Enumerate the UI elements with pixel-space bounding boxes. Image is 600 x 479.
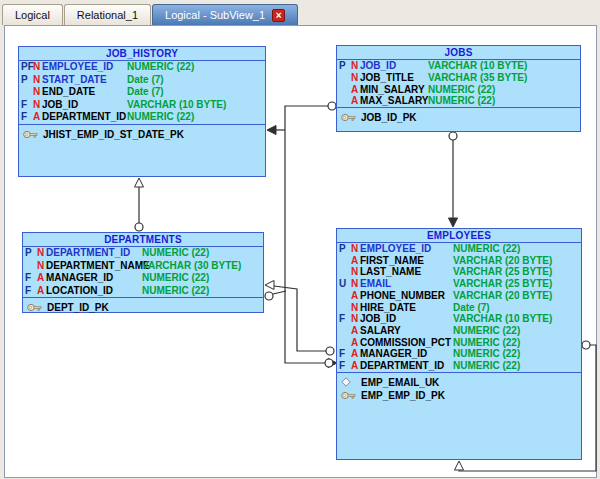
app-window: { "window": { "tabs": [ {"label": "Logic… [0,0,600,479]
attribute-row[interactable]: NDEPARTMENT_NAMEVARCHAR (30 BYTE) [23,260,263,273]
null-flag: N [351,243,358,255]
key-row[interactable]: JHIST_EMP_ID_ST_DATE_PK [19,128,265,141]
key-label: EMP_EMAIL_UK [361,376,439,389]
null-flag: A [37,285,44,298]
cardinality-circle-icon [582,341,590,349]
key-row[interactable]: DEPT_ID_PK [23,301,263,314]
attribute-type: NUMERIC (22) [142,285,209,298]
attribute-row[interactable]: ACOMMISSION_PCTNUMERIC (22) [337,337,581,349]
attribute-name: PHONE_NUMBER [360,290,445,302]
attribute-list: PFNEMPLOYEE_IDNUMERIC (22)PNSTART_DATEDa… [19,61,265,124]
relationship-jobs-employees[interactable] [449,132,458,227]
attribute-type: Date (7) [127,74,164,87]
attribute-row[interactable]: FADEPARTMENT_IDNUMERIC (22) [19,111,265,124]
key-type-flag: F [339,313,345,325]
key-icon [341,113,356,122]
key-type-flag: P [25,247,32,260]
attribute-type: VARCHAR (25 BYTE) [453,278,552,290]
keys-section: JHIST_EMP_ID_ST_DATE_PK [19,124,265,141]
attribute-list: PNDEPARTMENT_IDNUMERIC (22)NDEPARTMENT_N… [23,247,263,297]
null-flag: N [33,61,40,74]
attribute-row[interactable]: ASALARYNUMERIC (22) [337,325,581,337]
key-row[interactable]: EMP_EMP_ID_PK [337,389,581,402]
attribute-type: VARCHAR (10 BYTE) [428,60,527,72]
cardinality-circle-icon [449,132,457,140]
attribute-name: MANAGER_ID [360,348,427,360]
attribute-name: JOB_ID [360,313,396,325]
attribute-row[interactable]: AMIN_SALARYNUMERIC (22) [337,84,580,96]
attribute-row[interactable]: NHIRE_DATEDate (7) [337,302,581,314]
entity-job-history[interactable]: JOB_HISTORYPFNEMPLOYEE_IDNUMERIC (22)PNS… [18,46,266,177]
attribute-name: EMPLOYEE_ID [360,243,431,255]
attribute-row[interactable]: UNEMAILVARCHAR (25 BYTE) [337,278,581,290]
entity-title: DEPARTMENTS [23,233,263,247]
attribute-name: MIN_SALARY [360,84,425,96]
null-flag: N [351,313,358,325]
attribute-row[interactable]: NLAST_NAMEVARCHAR (25 BYTE) [337,266,581,278]
null-flag: A [351,84,358,96]
attribute-row[interactable]: FALOCATION_IDNUMERIC (22) [23,285,263,298]
entity-employees[interactable]: EMPLOYEESPNEMPLOYEE_IDNUMERIC (22)AFIRST… [336,228,582,460]
relationship-line[interactable] [285,106,328,363]
relationship-departments-job-history[interactable] [135,178,144,231]
attribute-type: NUMERIC (22) [142,247,209,260]
attribute-row[interactable]: FAMANAGER_IDNUMERIC (22) [23,272,263,285]
relationship-departments-employees[interactable] [265,291,286,300]
attribute-row[interactable]: PFNEMPLOYEE_IDNUMERIC (22) [19,61,265,74]
key-type-flag: P [21,74,28,87]
attribute-name: DEPARTMENT_NAME [46,260,150,273]
attribute-row[interactable]: FAMANAGER_IDNUMERIC (22) [337,348,581,360]
attribute-row[interactable]: NJOB_TITLEVARCHAR (35 BYTE) [337,72,580,84]
key-row[interactable]: JOB_ID_PK [337,111,580,124]
key-type-flag: F [21,99,27,112]
null-flag: N [351,302,358,314]
attribute-type: NUMERIC (22) [453,348,520,360]
cardinality-circle-icon [135,223,143,231]
attribute-row[interactable]: FNJOB_IDVARCHAR (10 BYTE) [337,313,581,325]
null-flag: N [351,266,358,278]
attribute-name: MANAGER_ID [46,272,113,285]
attribute-row[interactable]: PNEMPLOYEE_IDNUMERIC (22) [337,243,581,255]
null-flag: A [351,337,358,349]
keys-section: EMP_EMAIL_UKEMP_EMP_ID_PK [337,372,581,402]
attribute-row[interactable]: NEND_DATEDate (7) [19,86,265,99]
optional-arrow-icon [455,461,464,470]
attribute-row[interactable]: AMAX_SALARYNUMERIC (22) [337,95,580,107]
null-flag: N [37,247,44,260]
attribute-row[interactable]: FADEPARTMENT_IDNUMERIC (22) [337,360,581,372]
attribute-row[interactable]: PNSTART_DATEDate (7) [19,74,265,87]
attribute-name: DEPARTMENT_ID [42,111,126,124]
null-flag: N [37,260,44,273]
attribute-type: VARCHAR (35 BYTE) [428,72,527,84]
attribute-type: NUMERIC (22) [127,111,194,124]
keys-section: DEPT_ID_PK [23,297,263,314]
attribute-name: LOCATION_ID [46,285,113,298]
attribute-name: HIRE_DATE [360,302,416,314]
attribute-row[interactable]: PNJOB_IDVARCHAR (10 BYTE) [337,60,580,72]
key-label: DEPT_ID_PK [47,301,109,314]
relationship-line[interactable] [273,291,286,294]
attribute-type: Date (7) [453,302,490,314]
key-label: JHIST_EMP_ID_ST_DATE_PK [43,128,184,141]
optional-arrow-icon [265,281,274,290]
attribute-row[interactable]: AFIRST_NAMEVARCHAR (20 BYTE) [337,255,581,267]
relationship-jobs-job-history[interactable] [267,102,337,368]
relationship-line[interactable] [274,286,326,351]
null-flag: N [33,74,40,87]
attribute-row[interactable]: APHONE_NUMBERVARCHAR (20 BYTE) [337,290,581,302]
attribute-row[interactable]: FNJOB_IDVARCHAR (10 BYTE) [19,99,265,112]
attribute-name: END_DATE [42,86,95,99]
attribute-name: LAST_NAME [360,266,421,278]
key-type-flag: F [21,111,27,124]
entity-title: JOBS [337,46,580,60]
entity-jobs[interactable]: JOBSPNJOB_IDVARCHAR (10 BYTE)NJOB_TITLEV… [336,45,581,132]
attribute-name: JOB_TITLE [360,72,414,84]
attribute-type: VARCHAR (10 BYTE) [127,99,226,112]
relationship-employees-departments[interactable] [265,281,334,356]
null-flag: N [33,86,40,99]
cardinality-circle-icon [265,292,273,300]
key-row[interactable]: EMP_EMAIL_UK [337,376,581,389]
entity-departments[interactable]: DEPARTMENTSPNDEPARTMENT_IDNUMERIC (22)ND… [22,232,264,313]
attribute-row[interactable]: PNDEPARTMENT_IDNUMERIC (22) [23,247,263,260]
attribute-list: PNEMPLOYEE_IDNUMERIC (22)AFIRST_NAMEVARC… [337,243,581,372]
